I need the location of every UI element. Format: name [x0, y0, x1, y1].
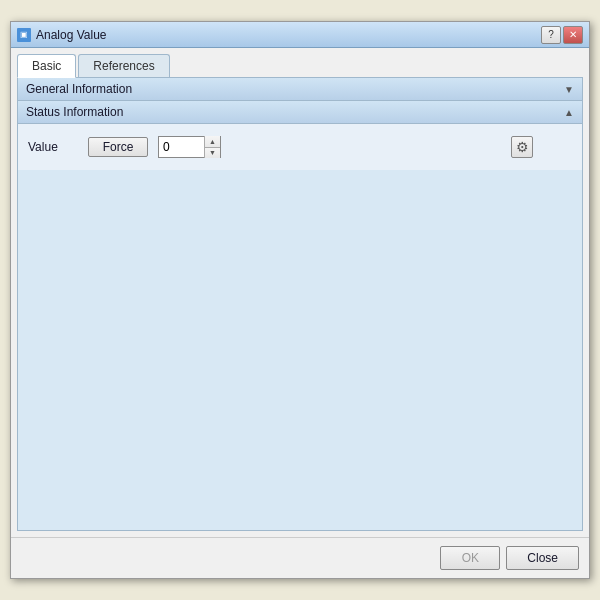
spin-up-button[interactable]: ▲ [205, 136, 220, 148]
status-information-header[interactable]: Status Information ▲ [18, 101, 582, 124]
close-button[interactable]: Close [506, 546, 579, 570]
status-information-label: Status Information [26, 105, 123, 119]
general-information-label: General Information [26, 82, 132, 96]
window-close-button[interactable]: ✕ [563, 26, 583, 44]
empty-content-area [18, 170, 582, 530]
value-field-row: Value Force ▲ ▼ ⚙ [28, 132, 572, 162]
tab-basic[interactable]: Basic [17, 54, 76, 78]
spin-down-button[interactable]: ▼ [205, 148, 220, 159]
value-label: Value [28, 140, 78, 154]
general-information-header[interactable]: General Information ▼ [18, 78, 582, 101]
tab-bar: Basic References [17, 54, 583, 78]
dialog-icon: ▣ [17, 28, 31, 42]
general-toggle-icon: ▼ [564, 84, 574, 95]
dialog-title: Analog Value [36, 28, 107, 42]
title-bar-buttons: ? ✕ [541, 26, 583, 44]
tab-content: General Information ▼ Status Information… [17, 78, 583, 531]
analog-value-dialog: ▣ Analog Value ? ✕ Basic References Gene… [10, 21, 590, 579]
spinbox-arrows: ▲ ▼ [204, 136, 220, 158]
dialog-footer: OK Close [11, 537, 589, 578]
dialog-body: Basic References General Information ▼ S… [11, 48, 589, 537]
help-button[interactable]: ? [541, 26, 561, 44]
gear-button[interactable]: ⚙ [511, 136, 533, 158]
ok-button[interactable]: OK [440, 546, 500, 570]
title-bar: ▣ Analog Value ? ✕ [11, 22, 589, 48]
status-toggle-icon: ▲ [564, 107, 574, 118]
force-button[interactable]: Force [88, 137, 148, 157]
dialog-icon-symbol: ▣ [20, 30, 28, 39]
spinbox-input[interactable] [159, 137, 204, 157]
title-bar-left: ▣ Analog Value [17, 28, 107, 42]
status-content: Value Force ▲ ▼ ⚙ [18, 124, 582, 170]
tab-references[interactable]: References [78, 54, 169, 77]
value-spinbox[interactable]: ▲ ▼ [158, 136, 221, 158]
